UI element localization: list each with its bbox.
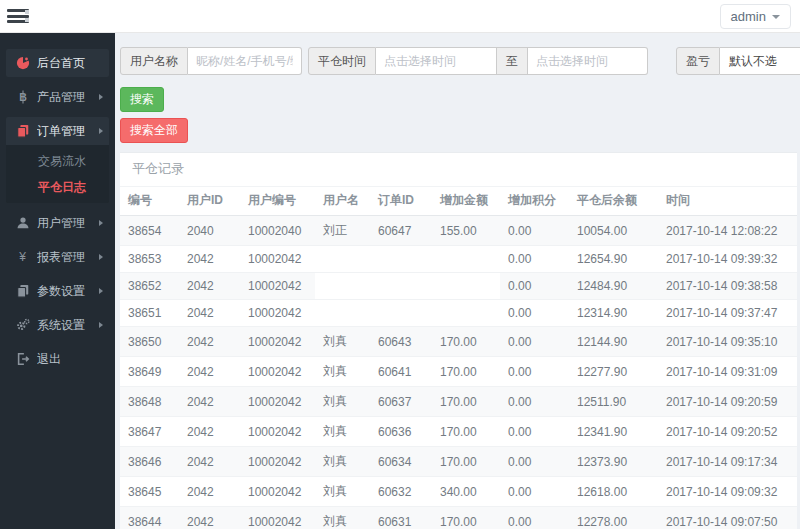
profit-select[interactable]: 默认不选 [720,47,800,75]
table-cell: 12144.90 [569,327,658,357]
table-body: 38654204010002040刘正60647155.000.0010054.… [120,216,797,529]
table-cell [315,246,370,273]
orders-submenu: 交易流水 平仓日志 [6,145,109,203]
table-cell: 10054.00 [569,216,658,246]
table-cell: 刘真 [315,327,370,357]
table-cell: 38654 [120,216,179,246]
chevron-right-icon [99,128,103,134]
sidebar-item-products[interactable]: B 产品管理 [6,83,109,111]
table-cell: 2040 [179,216,240,246]
table-cell: 10002042 [240,327,315,357]
time-from-input[interactable] [376,47,497,75]
table-row: 386532042100020420.0012654.902017-10-14 … [120,246,797,273]
table-cell: 2017-10-14 09:20:52 [658,417,797,447]
sidebar-item-orders[interactable]: 订单管理 [6,117,109,145]
sidebar: 后台首页 B 产品管理 订单管理 交易流水 平仓日志 [0,33,115,529]
filter-bar: 用户名称 平仓时间 至 盈亏 默认不选 [115,33,800,75]
table-cell [370,300,432,327]
table-cell: 155.00 [432,216,500,246]
chevron-right-icon [99,94,103,100]
table-cell: 2042 [179,273,240,300]
sidebar-item-users[interactable]: 用户管理 [6,209,109,237]
table-cell: 2042 [179,246,240,273]
search-button[interactable]: 搜索 [120,87,164,112]
table-cell: 10002042 [240,477,315,507]
sidebar-item-close-log[interactable]: 平仓日志 [6,174,109,200]
table-header-row: 编号用户ID用户编号用户名订单ID增加金额增加积分平仓后余额时间 [120,187,797,216]
table-cell: 10002042 [240,507,315,529]
table-cell: 2017-10-14 09:07:50 [658,507,797,529]
table-cell: 0.00 [500,417,569,447]
sidebar-item-system[interactable]: 系统设置 [6,311,109,339]
table-cell: 12341.90 [569,417,658,447]
table-cell: 12484.90 [569,273,658,300]
topbar: admin [0,0,800,33]
table-cell: 12511.90 [569,387,658,417]
sidebar-item-label: 退出 [37,351,103,368]
table-cell: 2017-10-14 09:20:59 [658,387,797,417]
table-cell: 2017-10-14 09:39:32 [658,246,797,273]
table-cell: 60632 [370,477,432,507]
table-cell: 170.00 [432,417,500,447]
table-cell: 0.00 [500,387,569,417]
table-cell: 60636 [370,417,432,447]
table-cell: 10002042 [240,357,315,387]
table-cell: 2042 [179,300,240,327]
baht-icon: B [15,90,30,105]
profit-filter: 盈亏 默认不选 [676,47,800,75]
sidebar-item-trade-flow[interactable]: 交易流水 [6,148,109,174]
table-cell: 0.00 [500,273,569,300]
time-to-input[interactable] [528,47,648,75]
sidebar-item-logout[interactable]: 退出 [6,345,109,373]
table-cell: 0.00 [500,507,569,529]
table-cell: 0.00 [500,216,569,246]
sidebar-item-label: 系统设置 [37,317,99,334]
orders-icon [15,124,30,139]
chevron-right-icon [99,322,103,328]
yen-icon: ¥ [15,250,30,265]
table-cell: 10002042 [240,417,315,447]
admin-dropdown[interactable]: admin [720,4,791,29]
table-row: 386522042100020420.0012484.902017-10-14 … [120,273,797,300]
search-all-button[interactable]: 搜索全部 [120,118,188,143]
table-cell [315,300,370,327]
table-cell: 38645 [120,477,179,507]
table-cell: 0.00 [500,327,569,357]
table-row: 38644204210002042刘真60631170.000.0012278.… [120,507,797,529]
panel-title: 平仓记录 [120,153,797,187]
table-cell: 38650 [120,327,179,357]
table-cell: 170.00 [432,507,500,529]
username-filter: 用户名称 [120,47,302,75]
chevron-down-icon [772,15,780,19]
table-row: 38647204210002042刘真60636170.000.0012341.… [120,417,797,447]
table-cell: 60637 [370,387,432,417]
close-time-filter: 平仓时间 至 [308,47,648,75]
table-cell [432,246,500,273]
chevron-right-icon [99,220,103,226]
table-cell: 刘正 [315,216,370,246]
table-cell [315,273,370,300]
sidebar-item-reports[interactable]: ¥ 报表管理 [6,243,109,271]
table-cell: 170.00 [432,447,500,477]
close-time-filter-label: 平仓时间 [308,47,376,75]
main-content: 用户名称 平仓时间 至 盈亏 默认不选 搜索 搜索全部 [115,33,800,529]
sidebar-item-home[interactable]: 后台首页 [6,49,109,77]
table-cell: 38646 [120,447,179,477]
logout-icon [15,352,30,367]
table-header-cell: 编号 [120,187,179,216]
table-cell: 12654.90 [569,246,658,273]
table-cell: 170.00 [432,327,500,357]
table-cell: 2042 [179,417,240,447]
table-row: 38645204210002042刘真60632340.000.0012618.… [120,477,797,507]
username-input[interactable] [188,47,302,75]
sidebar-item-parameters[interactable]: 参数设置 [6,277,109,305]
table-row: 38654204010002040刘正60647155.000.0010054.… [120,216,797,246]
sidebar-item-label: 参数设置 [37,283,99,300]
gears-icon [15,318,30,333]
table-cell [370,273,432,300]
sidebar-item-label: 报表管理 [37,249,99,266]
table-cell: 38653 [120,246,179,273]
table-cell: 刘真 [315,507,370,529]
table-cell: 0.00 [500,477,569,507]
table-header-cell: 用户名 [315,187,370,216]
